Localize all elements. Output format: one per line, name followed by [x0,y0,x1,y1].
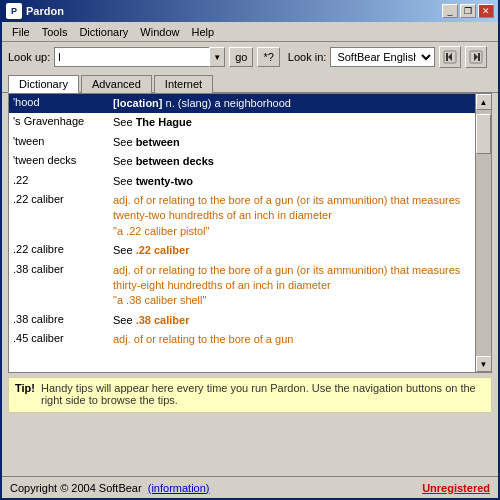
nav-prev-button[interactable] [439,46,461,68]
nav-next-icon [469,50,483,64]
dict-term: .22 calibre [13,243,113,255]
lookup-dropdown-btn[interactable]: ▼ [209,47,225,67]
menu-bar: File Tools Dictionary Window Help [2,22,498,42]
title-bar: P Pardon _ ❐ ✕ [2,0,498,22]
dict-def: See .38 caliber [113,313,471,328]
tab-internet[interactable]: Internet [154,75,213,93]
unregistered-link[interactable]: Unregistered [422,482,490,494]
menu-window[interactable]: Window [134,24,185,40]
restore-button[interactable]: ❐ [460,4,476,18]
dict-term: .38 caliber [13,263,113,275]
lookup-input[interactable] [54,47,209,67]
tip-label: Tip! [15,382,35,408]
table-row[interactable]: .38 calibre See .38 caliber [9,311,475,330]
dict-def: [location] n. (slang) a neighborhood [113,96,471,111]
dict-term: 'tween decks [13,154,113,166]
dict-def: See The Hague [113,115,471,130]
dict-term: 'tween [13,135,113,147]
minimize-button[interactable]: _ [442,4,458,18]
info-link[interactable]: (information) [148,482,210,494]
dict-def: See .22 caliber [113,243,471,258]
table-row[interactable]: .22 calibre See .22 caliber [9,241,475,260]
scroll-up-button[interactable]: ▲ [476,94,492,110]
table-row[interactable]: .45 caliber adj. of or relating to the b… [9,330,475,349]
copyright-text: Copyright © 2004 SoftBear (information) [10,482,210,494]
table-row[interactable]: .22 See twenty-two [9,172,475,191]
tab-dictionary[interactable]: Dictionary [8,75,79,93]
lookin-label: Look in: [288,51,327,63]
menu-help[interactable]: Help [185,24,220,40]
table-row[interactable]: 'hood [location] n. (slang) a neighborho… [9,94,475,113]
nav-next-button[interactable] [465,46,487,68]
nav-prev-icon [443,50,457,64]
svg-rect-2 [446,53,448,61]
menu-tools[interactable]: Tools [36,24,74,40]
lookup-label: Look up: [8,51,50,63]
lookup-section: Look up: ▼ go *? [8,47,280,67]
table-row[interactable]: .22 caliber adj. of or relating to the b… [9,191,475,241]
toolbar: Look up: ▼ go *? Look in: SoftBear Engli… [2,42,498,72]
dict-term: .45 caliber [13,332,113,344]
scrollbar-track[interactable] [476,110,491,356]
menu-file[interactable]: File [6,24,36,40]
lookin-section: Look in: SoftBear English [288,46,488,68]
dict-def: See between [113,135,471,150]
dict-def: See between decks [113,154,471,169]
dict-def: adj. of or relating to the bore of a gun [113,332,471,347]
tip-text: Handy tips will appear here every time y… [41,382,485,408]
close-button[interactable]: ✕ [478,4,494,18]
svg-rect-5 [478,53,480,61]
star-button[interactable]: *? [257,47,279,67]
window-frame: P Pardon _ ❐ ✕ File Tools Dictionary Win… [0,0,500,500]
lookin-input-group: SoftBear English [330,47,435,67]
scrollbar-thumb[interactable] [476,114,491,154]
title-controls: _ ❐ ✕ [442,4,494,18]
lookup-input-group: ▼ [54,47,225,67]
main-content: 'hood [location] n. (slang) a neighborho… [8,93,492,373]
dict-term: .38 calibre [13,313,113,325]
window-title: Pardon [26,5,64,17]
dict-def: See twenty-two [113,174,471,189]
app-icon: P [6,3,22,19]
status-bar: Copyright © 2004 SoftBear (information) … [2,476,498,498]
go-button[interactable]: go [229,47,253,67]
dict-term: 's Gravenhage [13,115,113,127]
copyright-label: Copyright © 2004 SoftBear [10,482,142,494]
lookin-select[interactable]: SoftBear English [330,47,435,67]
dict-term: 'hood [13,96,113,108]
table-row[interactable]: .38 caliber adj. of or relating to the b… [9,261,475,311]
title-bar-left: P Pardon [6,3,64,19]
tab-bar: Dictionary Advanced Internet [2,72,498,93]
dict-term: .22 [13,174,113,186]
scrollbar: ▲ ▼ [475,94,491,372]
menu-dictionary[interactable]: Dictionary [73,24,134,40]
dictionary-list: 'hood [location] n. (slang) a neighborho… [9,94,475,372]
dict-def: adj. of or relating to the bore of a gun… [113,263,471,309]
dict-term: .22 caliber [13,193,113,205]
scroll-down-button[interactable]: ▼ [476,356,492,372]
table-row[interactable]: 'tween decks See between decks [9,152,475,171]
tip-bar: Tip! Handy tips will appear here every t… [8,377,492,413]
tab-advanced[interactable]: Advanced [81,75,152,93]
table-row[interactable]: 'tween See between [9,133,475,152]
dict-def: adj. of or relating to the bore of a gun… [113,193,471,239]
table-row[interactable]: 's Gravenhage See The Hague [9,113,475,132]
